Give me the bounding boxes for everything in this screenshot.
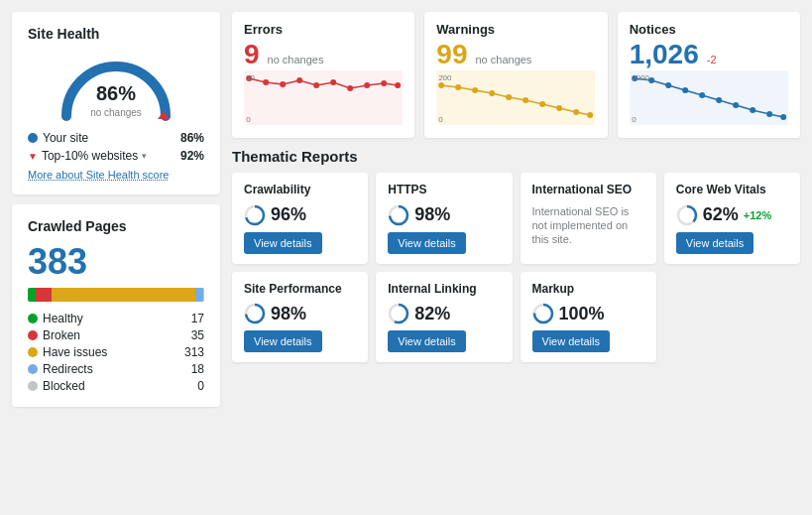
site-performance-score: 98% (271, 304, 306, 324)
svg-text:0: 0 (632, 115, 637, 124)
legend-issues: Have issues 313 (28, 345, 204, 359)
https-circle (388, 204, 409, 226)
notices-card: Notices 1,026 -2 (618, 12, 800, 138)
svg-point-23 (573, 109, 579, 115)
errors-change: no changes (268, 54, 324, 65)
https-score-row: 98% (388, 204, 500, 226)
svg-point-7 (330, 79, 336, 85)
thematic-grid: Crawlability 96% View details HTTPS (232, 173, 800, 362)
legend-blocked: Blocked 0 (28, 379, 204, 393)
cwv-view-details[interactable]: View details (676, 232, 754, 254)
svg-point-29 (648, 77, 654, 83)
notices-title: Notices (630, 22, 788, 37)
notices-value-row: 1,026 -2 (630, 41, 788, 68)
cwv-title: Core Web Vitals (676, 183, 788, 198)
pages-legend: Healthy 17 Broken 35 Have issues (28, 312, 204, 393)
svg-point-34 (733, 102, 739, 108)
svg-point-35 (750, 107, 755, 113)
svg-point-19 (506, 94, 512, 100)
legend-redirects: Redirects 18 (28, 362, 204, 376)
svg-rect-1 (244, 70, 403, 125)
crawlability-score: 96% (271, 204, 306, 225)
bar-redirects (195, 288, 203, 302)
val-blocked: 0 (197, 379, 204, 393)
val-healthy: 17 (191, 312, 204, 325)
svg-point-36 (766, 111, 772, 117)
site-performance-view-details[interactable]: View details (244, 330, 322, 352)
crawlability-circle (244, 204, 266, 226)
left-panel: Site Health 86% no changes (12, 12, 220, 503)
crawlability-view-details[interactable]: View details (244, 232, 322, 254)
thematic-title: Thematic Reports (232, 148, 800, 165)
svg-point-8 (347, 85, 353, 91)
bar-broken (36, 288, 52, 302)
warnings-title: Warnings (436, 22, 595, 37)
thematic-intl-seo: International SEO International SEO is n… (521, 173, 656, 264)
bar-issues (52, 288, 195, 302)
label-issues: Have issues (43, 345, 107, 359)
svg-point-3 (263, 79, 269, 85)
warnings-value-row: 99 no changes (436, 41, 595, 68)
dot-broken (28, 330, 38, 340)
your-site-value: 86% (180, 131, 204, 145)
svg-point-21 (539, 101, 545, 107)
svg-text:10: 10 (246, 73, 255, 82)
errors-title: Errors (244, 22, 403, 37)
crawled-pages-title: Crawled Pages (28, 218, 204, 234)
cwv-change: +12% (744, 209, 771, 221)
svg-point-17 (472, 87, 478, 93)
top10-row: ▼ Top-10% websites ▾ 92% (28, 149, 204, 163)
svg-point-31 (682, 87, 688, 93)
legend-broken: Broken 35 (28, 328, 204, 342)
metrics-row: Errors 9 no changes (232, 12, 800, 138)
your-site-row: Your site 86% (28, 131, 204, 145)
dot-healthy (28, 314, 38, 323)
internal-linking-score: 82% (414, 304, 450, 324)
internal-linking-title: Internal Linking (388, 282, 500, 298)
notices-number: 1,026 (630, 41, 699, 68)
crawlability-title: Crawlability (244, 183, 356, 198)
markup-score: 100% (559, 304, 605, 324)
thematic-crawlability: Crawlability 96% View details (232, 173, 368, 264)
cwv-score: 62% (703, 204, 739, 225)
gauge-subtext: no changes (90, 107, 142, 118)
errors-chart: 10 0 (244, 70, 403, 125)
label-healthy: Healthy (43, 312, 83, 325)
svg-point-16 (455, 84, 461, 90)
site-performance-score-row: 98% (244, 303, 356, 324)
errors-number: 9 (244, 41, 260, 68)
svg-point-4 (280, 81, 286, 87)
errors-value-row: 9 no changes (244, 41, 403, 68)
bar-blocked (203, 288, 204, 302)
site-health-title: Site Health (28, 26, 204, 42)
cwv-circle (676, 204, 698, 226)
thematic-internal-linking: Internal Linking 82% View details (376, 272, 512, 363)
markup-score-row: 100% (532, 303, 644, 324)
https-view-details[interactable]: View details (388, 232, 466, 254)
svg-point-9 (364, 82, 370, 88)
internal-linking-score-row: 82% (388, 303, 500, 324)
markup-view-details[interactable]: View details (532, 330, 611, 352)
val-broken: 35 (191, 328, 204, 342)
warnings-chart: 200 0 (436, 70, 595, 125)
empty-slot (664, 272, 800, 363)
svg-point-32 (699, 92, 705, 98)
more-link[interactable]: More about Site Health score (28, 169, 204, 181)
crawled-total: 383 (28, 244, 204, 280)
label-redirects: Redirects (43, 362, 93, 376)
internal-linking-view-details[interactable]: View details (388, 330, 466, 352)
warnings-card: Warnings 99 no changes (424, 12, 607, 138)
crawled-pages-card: Crawled Pages 383 Healthy 17 (12, 204, 220, 407)
https-score: 98% (414, 204, 450, 225)
svg-point-15 (438, 82, 444, 88)
dot-blocked (28, 381, 38, 391)
your-site-dot (28, 133, 38, 143)
https-title: HTTPS (388, 183, 500, 198)
markup-title: Markup (532, 282, 644, 298)
arrow-down-icon: ▼ (28, 151, 38, 162)
warnings-number: 99 (436, 41, 467, 68)
gauge-label: 86% no changes (90, 82, 142, 119)
svg-point-11 (395, 82, 401, 88)
notices-change: -2 (707, 54, 717, 65)
svg-text:0: 0 (438, 115, 443, 124)
